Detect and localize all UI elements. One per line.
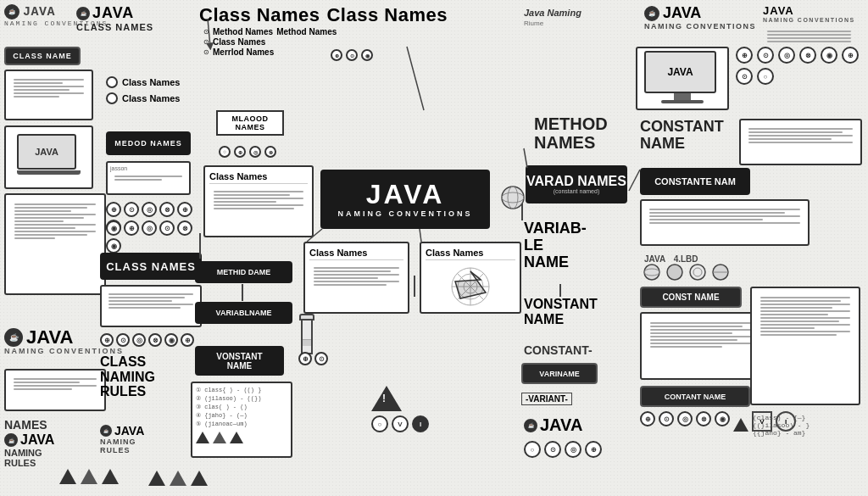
bullet-c2	[106, 92, 118, 104]
svg-point-11	[644, 265, 659, 280]
main-java-title: JAVA	[366, 181, 445, 208]
variant-area: -VARIANT-	[521, 390, 572, 405]
brc-tri1	[733, 418, 748, 432]
class-names-cbox2: Class Names	[420, 242, 521, 314]
beaker-body	[301, 320, 313, 354]
bcr-ci4: ⊕	[585, 441, 602, 458]
ball-r3	[688, 263, 707, 281]
java-naming-top: Java Naming Riume	[524, 4, 581, 27]
ftri1	[196, 432, 209, 443]
const-dash-text: CONSTANT-	[524, 343, 593, 357]
balls-r	[643, 263, 730, 281]
java-naming-label: Java Naming	[524, 8, 581, 18]
ci8: ⊕	[124, 220, 139, 236]
java-fr: JAVA	[763, 4, 855, 17]
circle-icons-row3: ⊕ ⊙ ◎ ⊗ ◉ ⊕	[100, 333, 198, 347]
constant-name-cr: VONSTANTNAME	[524, 297, 598, 326]
method-names-label: METHODNAMES	[534, 114, 608, 152]
circle-icons-bcr: ○ ⊙ ◎ ⊕	[524, 441, 602, 458]
class-names-center-box: Class Names	[203, 165, 314, 237]
svg-point-13	[667, 265, 682, 280]
bcrc3: I	[412, 415, 429, 432]
medod-names-box: MEDOD NAMES	[106, 131, 191, 155]
triangle2	[81, 469, 97, 484]
triangles-bl	[59, 469, 119, 484]
ci7: ◉	[106, 220, 121, 236]
const-name-dark-r: CONST NAME	[640, 287, 742, 308]
beaker-icon	[299, 314, 314, 354]
naming-rules-ml: NAMINGRULES	[100, 437, 144, 454]
top-center-icons: ⊕ ⊙ ◉	[331, 49, 373, 61]
java-naming-rules-bl: ☕ JAVA NAMINGRULES	[4, 432, 54, 468]
connector-v2	[242, 284, 243, 301]
monitor-box: JAVA	[636, 47, 729, 110]
tr-ci6: ⊕	[842, 47, 859, 64]
class-names-sub-label: CLASS NAMES	[76, 22, 153, 32]
monitor-neck	[674, 93, 691, 100]
cn-item2: Class Names	[122, 93, 181, 103]
bottom-right-circles: ⊕ ⊙ ◎ ⊗ ◉ V I	[640, 411, 860, 432]
laptop-base	[17, 170, 81, 175]
laptop-icon: JAVA	[17, 134, 81, 181]
bfr-formula2: ((}ilasoo) - }	[753, 421, 810, 429]
method-names-item2: Method Names	[276, 27, 337, 36]
java-bl: JAVA	[26, 326, 73, 348]
class-naming-rules: CLASSNAMINGRULES	[100, 354, 155, 399]
names-label: NAMES	[4, 417, 47, 432]
java-top-label: JAVA	[23, 5, 55, 20]
vonstant-box: VONSTANTNAME	[195, 346, 284, 376]
ci16: ⊗	[148, 333, 162, 347]
java-circle2: ☕	[76, 7, 90, 20]
scl2: ⊕	[234, 146, 246, 158]
naming-conv-tr: NAMING CONVENTIONS	[644, 22, 756, 31]
brc4: ⊗	[696, 411, 711, 426]
radar-chart	[426, 263, 515, 309]
svg-point-8	[502, 187, 524, 209]
bcrc2: V	[392, 415, 409, 432]
triangle1	[59, 469, 76, 484]
naming-rules-bl: NAMINGRULES	[4, 448, 54, 468]
constante-box: CONSTANTE NAM	[640, 168, 750, 195]
ci14: ⊙	[116, 333, 130, 347]
ci13: ⊕	[100, 333, 114, 347]
class-names-dark: CLASS NAMES	[100, 253, 202, 280]
methid-dame-box: METHID DAME	[195, 261, 292, 283]
laptop-box: JAVA	[4, 125, 93, 189]
method-names-cr: METHODNAMES	[534, 114, 608, 152]
jasson-text: jasson	[110, 165, 186, 171]
tr-ci1: ⊕	[736, 47, 753, 64]
monitor-icon: JAVA	[644, 51, 721, 106]
class-names-list: Class Names Class Names	[106, 76, 181, 104]
java-circle-icon: ☕	[4, 4, 19, 20]
bci2: ⊙	[314, 352, 328, 365]
icons-tr: ⊕ ⊙ ◎ ⊗ ◉ ⊕ ⊙ ○	[736, 47, 863, 85]
const-desc-box	[640, 199, 810, 246]
java-circle-ml: ☕	[100, 425, 112, 437]
constant-name-r: CONSTANTNAME	[640, 119, 724, 153]
const-r-text: CONSTANTNAME	[640, 119, 724, 153]
java-bcr-text: JAVA	[540, 415, 582, 435]
bullet-c1	[106, 76, 118, 88]
ci1: ⊕	[106, 202, 121, 217]
right-list-box	[739, 119, 862, 165]
bfr-formula: (class) - {—}	[753, 414, 810, 421]
ball-svg	[500, 185, 526, 210]
triangles-bm	[148, 471, 208, 486]
brc5: ◉	[715, 411, 730, 426]
ci3: ◎	[142, 202, 157, 217]
bottom-fr-text: (class) - {—} ((}ilasoo) - } {{jaho} - a…	[753, 414, 810, 437]
brc2: ⊙	[659, 411, 674, 426]
cn-cbox-title: Class Names	[309, 248, 403, 260]
cn-center-title: Class Names	[209, 171, 308, 184]
java-top-right: JAVA	[663, 4, 701, 22]
tri5	[170, 471, 186, 486]
triangle3	[102, 469, 119, 484]
tr-ci4: ⊗	[799, 47, 816, 64]
ci12: ◉	[106, 238, 121, 254]
ftri3	[230, 432, 243, 443]
java-ml: JAVA	[114, 424, 144, 437]
ci15: ◎	[132, 333, 146, 347]
ci18: ⊕	[181, 333, 194, 347]
method-names-item1: Method Names	[213, 27, 273, 36]
class-names-desc	[100, 285, 202, 327]
